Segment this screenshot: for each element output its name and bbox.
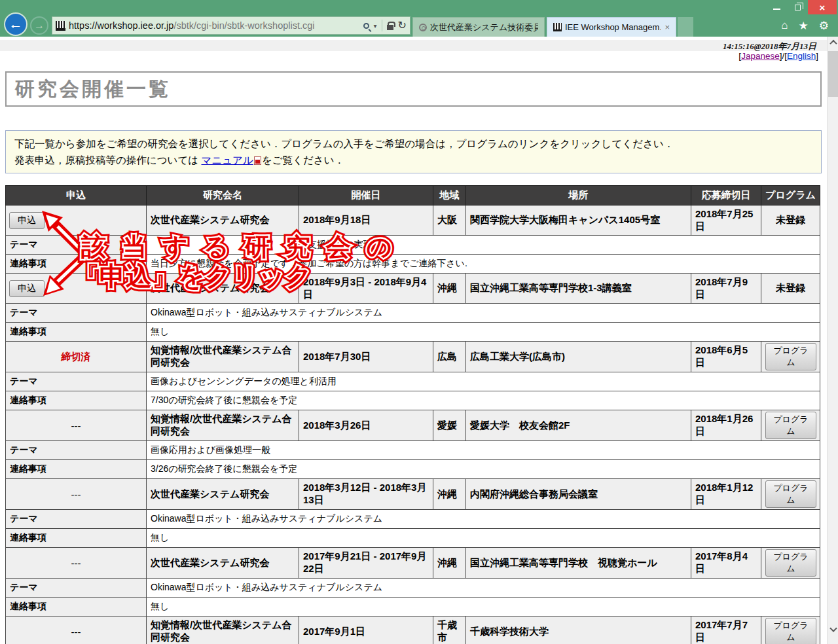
search-dropdown-caret-icon[interactable]: ▾ (374, 22, 377, 29)
settings-gear-icon[interactable]: ⚙ (819, 19, 829, 33)
theme-label-row: テーマOkinawa型ロボット・組み込みサスティナブルシステム (6, 304, 820, 323)
workshop-name: 知覚情報/次世代産業システム合同研究会 (147, 342, 299, 372)
tab-workshop-active[interactable]: IEE Workshop Managem... × (547, 17, 676, 37)
new-tab-button[interactable] (678, 17, 693, 37)
notes-content: 無し (147, 598, 820, 617)
program-cell: プログラム (761, 342, 820, 372)
favorites-star-icon[interactable]: ★ (799, 19, 809, 33)
instruction-line2: 発表申込，原稿投稿等の操作については マニュアルをご覧ください． (14, 152, 812, 168)
header-apply: 申込 (6, 186, 147, 206)
workshop-place: 千歳科学技術大学 (466, 617, 691, 644)
page-title: 研究会開催一覧 (5, 71, 822, 107)
header-region: 地域 (433, 186, 466, 206)
bracket: ]/[ (780, 51, 787, 61)
workshop-main-row: ---知覚情報/次世代産業システム合同研究会2017年9月1日千歳市千歳科学技術… (6, 617, 820, 644)
workshop-date: 2018年9月18日 (299, 206, 433, 236)
program-cell: プログラム (761, 548, 820, 579)
program-cell: 未登録 (761, 206, 820, 236)
tab-committee[interactable]: 次世代産業システム技術委員会 (412, 17, 545, 37)
minimize-icon (773, 9, 780, 10)
vertical-scrollbar[interactable] (827, 37, 838, 644)
notes-content: 7/30の研究会終了後に懇親会を予定 (147, 391, 820, 410)
theme-label: テーマ (6, 304, 147, 323)
program-button[interactable]: プログラム (765, 480, 816, 508)
deadline-closed-label: 締切済 (62, 351, 91, 362)
instruction-box: 下記一覧から参加をご希望の研究会を選択してください．プログラムの入手をご希望の場… (5, 130, 822, 173)
program-button[interactable]: プログラム (765, 343, 816, 370)
address-bar[interactable]: https://workshop.iee.or.jp/sbtk/cgi-bin/… (52, 16, 410, 35)
japanese-link[interactable]: Japanese (741, 51, 780, 61)
chevron-up-icon (829, 40, 837, 47)
workshop-table-body: 申込次世代産業システム研究会2018年9月18日大阪関西学院大学大阪梅田キャンパ… (6, 206, 820, 644)
workshop-name: 知覚情報/次世代産業システム合同研究会 (147, 617, 299, 644)
workshop-date: 2018年3月26日 (299, 410, 433, 441)
no-apply-dashes: --- (71, 558, 81, 569)
search-icon[interactable] (363, 23, 369, 29)
workshop-place: 広島工業大学(広島市) (466, 342, 691, 372)
home-icon[interactable]: ⌂ (781, 19, 788, 32)
apply-cell: --- (6, 617, 147, 644)
url-text[interactable]: https://workshop.iee.or.jp/sbtk/cgi-bin/… (69, 20, 361, 31)
workshop-region: 大阪 (433, 206, 466, 236)
chevron-down-icon (829, 625, 837, 632)
workshop-main-row: 締切済知覚情報/次世代産業システム合同研究会2018年7月30日広島広島工業大学… (6, 342, 820, 372)
close-button[interactable]: × (808, 0, 837, 14)
manual-link[interactable]: マニュアル (202, 154, 253, 166)
workshop-date: 2018年9月3日 - 2018年9月4日 (299, 274, 433, 304)
language-switcher: [Japanese]/[English] (0, 51, 827, 63)
workshop-main-row: ---次世代産業システム研究会2018年3月12日 - 2018年3月13日沖縄… (6, 479, 820, 510)
address-bar-icons: ▾ ↻ (361, 20, 407, 31)
workshop-name: 次世代産業システム研究会 (147, 548, 299, 579)
lock-icon (387, 25, 393, 30)
iee-favicon (553, 23, 562, 31)
back-button[interactable]: ← (4, 12, 27, 36)
notes-content: 3/26の研究会終了後に懇親会を予定 (147, 460, 820, 479)
forward-button[interactable]: → (30, 16, 48, 35)
workshop-name: 次世代産業システム研究会 (147, 479, 299, 510)
workshop-place: 内閣府沖縄総合事務局会議室 (466, 479, 691, 510)
url-path: /sbtk/cgi-bin/sbtk-workshoplist.cgi (173, 20, 314, 31)
scroll-up-button[interactable] (828, 37, 838, 48)
english-link[interactable]: English (787, 51, 816, 61)
workshop-date: 2018年7月30日 (299, 342, 433, 372)
theme-label: テーマ (6, 236, 147, 255)
notes-label: 連絡事項 (6, 460, 147, 479)
apply-button[interactable]: 申込 (9, 212, 45, 229)
scrollbar-thumb[interactable] (828, 51, 838, 97)
minimize-button[interactable] (766, 0, 787, 14)
notes-content: 無し (147, 323, 820, 342)
restore-button[interactable] (787, 0, 808, 14)
iee-favicon (56, 21, 65, 31)
apply-cell: --- (6, 479, 147, 510)
timestamp: 14:15:16@2018年7月13日 (723, 41, 816, 51)
theme-label-row: テーマOkinawa型ロボット・組み込みサスティナブルシステム (6, 510, 820, 529)
notes-content: 当日夕方に懇親会を企画予定です．参加ご希望の方は幹事までご連絡下さい. (147, 255, 820, 274)
theme-label-row: テーマOkinawa型ロボット・組み込みサスティナブルシステム (6, 579, 820, 598)
tab-close-icon[interactable]: × (665, 22, 670, 32)
apply-button[interactable]: 申込 (9, 280, 45, 297)
workshop-name: 次世代産業システム研究会 (147, 274, 299, 304)
pdf-icon (254, 156, 261, 165)
program-button[interactable]: プログラム (765, 412, 816, 439)
program-cell: プログラム (761, 617, 820, 644)
instruction-line2-post: をご覧ください． (262, 154, 344, 166)
page-content: 14:15:16@2018年7月13日 [Japanese]/[English]… (0, 37, 827, 644)
theme-label: テーマ (6, 372, 147, 391)
program-button[interactable]: プログラム (765, 549, 816, 577)
notes-label-row: 連絡事項3/26の研究会終了後に懇親会を予定 (6, 460, 820, 479)
refresh-icon[interactable]: ↻ (398, 20, 407, 31)
program-button[interactable]: プログラム (765, 618, 816, 644)
theme-content: 画像応用および画像処理一般 (147, 441, 820, 460)
notes-label-row: 連絡事項7/30の研究会終了後に懇親会を予定 (6, 391, 820, 410)
workshop-region: 沖縄 (433, 548, 466, 579)
no-apply-dashes: --- (71, 626, 81, 637)
workshop-main-row: ---次世代産業システム研究会2017年9月21日 - 2017年9月22日沖縄… (6, 548, 820, 579)
close-icon: × (820, 2, 826, 13)
workshop-deadline: 2018年7月25日 (691, 206, 761, 236)
program-cell: プログラム (761, 479, 820, 510)
theme-label: テーマ (6, 441, 147, 460)
workshop-deadline: 2018年7月9日 (691, 274, 761, 304)
header-name: 研究会名 (147, 186, 299, 206)
workshop-main-row: ---知覚情報/次世代産業システム合同研究会2018年3月26日愛媛愛媛大学 校… (6, 410, 820, 441)
scroll-down-button[interactable] (828, 624, 838, 636)
